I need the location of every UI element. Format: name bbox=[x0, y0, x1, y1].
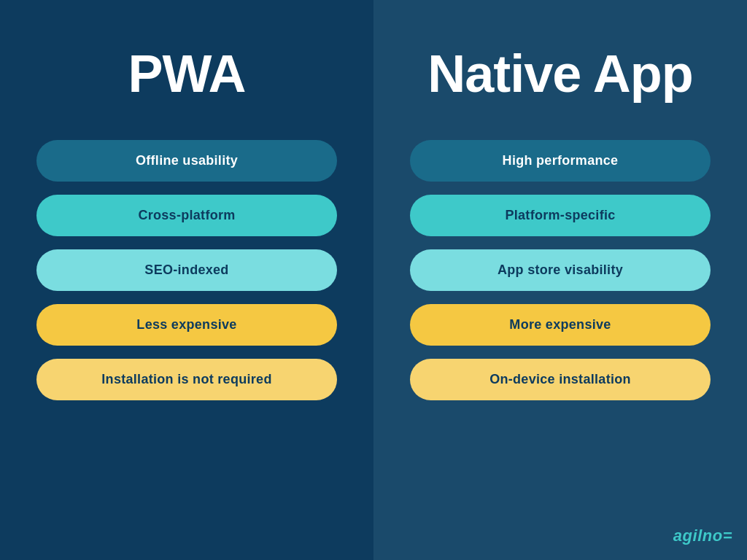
left-panel: PWA Offline usability Cross-platform SEO… bbox=[0, 0, 374, 560]
list-item: Platform-specific bbox=[410, 195, 711, 236]
logo: agilno= bbox=[673, 526, 732, 545]
list-item: More expensive bbox=[410, 304, 711, 346]
list-item: App store visability bbox=[410, 249, 711, 291]
logo-suffix: = bbox=[723, 526, 732, 545]
list-item: Less expensive bbox=[36, 304, 337, 346]
list-item: Offline usability bbox=[36, 140, 337, 182]
list-item: High performance bbox=[410, 140, 711, 182]
list-item: SEO-indexed bbox=[36, 249, 337, 291]
right-panel: Native App High performance Platform-spe… bbox=[374, 0, 747, 560]
logo-text: agilno bbox=[673, 526, 723, 545]
left-features-list: Offline usability Cross-platform SEO-ind… bbox=[36, 140, 337, 400]
right-panel-title: Native App bbox=[427, 44, 692, 104]
list-item: On-device installation bbox=[410, 359, 711, 400]
left-panel-title: PWA bbox=[128, 44, 245, 104]
right-features-list: High performance Platform-specific App s… bbox=[410, 140, 711, 400]
list-item: Cross-platform bbox=[36, 195, 337, 236]
list-item: Installation is not required bbox=[36, 359, 337, 400]
